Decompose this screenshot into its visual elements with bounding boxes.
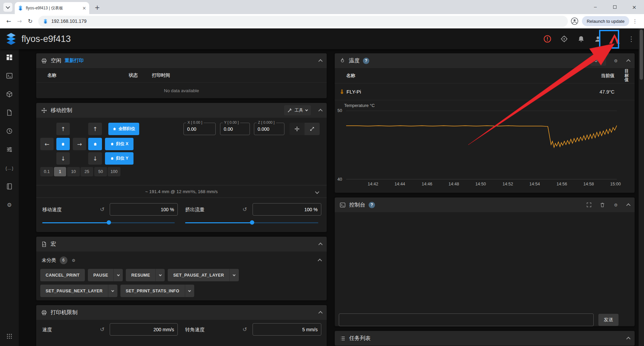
macro-set-pause-next-layer-button[interactable]: SET_PAUSE_NEXT_LAYER: [40, 285, 117, 297]
jog-z-minus-button[interactable]: ↓: [88, 152, 102, 165]
step-25-button[interactable]: 25: [80, 167, 93, 176]
flow-reset-icon[interactable]: ↺: [243, 203, 247, 216]
home-x-icon-button[interactable]: [56, 138, 70, 150]
step-50-button[interactable]: 50: [94, 167, 107, 176]
sidebar-item-gcode-preview[interactable]: [5, 90, 13, 98]
console-header[interactable]: 控制台 ? ⚙: [335, 197, 635, 212]
console-output-area[interactable]: [335, 212, 635, 313]
printer-status-header[interactable]: 空闲 重新打印: [36, 53, 327, 68]
browser-tab[interactable]: flyos-e9f413 | 仪表板 ×: [15, 2, 89, 14]
jog-y-plus-button[interactable]: ↑: [56, 123, 70, 135]
gear-icon[interactable]: ⚙: [71, 257, 76, 263]
jog-y-minus-button[interactable]: ↓: [56, 152, 70, 165]
sensor-row-fly-pi[interactable]: FLY-Pi 47.9°C: [335, 83, 635, 100]
sidebar-item-tune[interactable]: [5, 146, 13, 154]
new-tab-button[interactable]: +: [93, 3, 101, 11]
window-close-button[interactable]: ×: [625, 0, 644, 14]
speed-slider-thumb[interactable]: [107, 220, 111, 225]
sidebar-item-dashboard[interactable]: [5, 53, 13, 61]
sidebar-item-console[interactable]: [5, 72, 13, 80]
thermals-header[interactable]: 温度 ? ⚙: [335, 53, 635, 68]
back-button[interactable]: ←: [3, 16, 14, 26]
window-maximize-button[interactable]: [605, 0, 625, 14]
window-minimize-button[interactable]: ─: [586, 0, 605, 14]
sidebar-item-apps[interactable]: [5, 332, 13, 340]
macro-cancel-print-button[interactable]: CANCEL_PRINT: [40, 269, 85, 281]
page-scrollbar[interactable]: [639, 28, 644, 346]
macro-pause-dropdown[interactable]: [113, 269, 123, 281]
send-button[interactable]: 发送: [598, 314, 619, 326]
sidebar-item-system[interactable]: [5, 182, 13, 190]
fullscreen-icon[interactable]: [586, 202, 592, 208]
home-y-icon-button[interactable]: [88, 138, 102, 150]
x-position-field[interactable]: X [ 0.00 ] 0.00: [183, 123, 216, 135]
y-position-field[interactable]: Y [ 0.00 ] 0.00: [220, 123, 250, 135]
gear-icon[interactable]: ⚙: [613, 202, 619, 208]
app-menu-button[interactable]: ⋮: [624, 32, 639, 46]
tab-close-icon[interactable]: ×: [82, 6, 86, 10]
jobs-header[interactable]: 任务列表: [335, 331, 635, 346]
macro-set-print-stats-info-dropdown[interactable]: [185, 285, 194, 297]
address-bar[interactable]: 192.168.101.179: [38, 16, 568, 27]
presets-dropdown-button[interactable]: [590, 56, 606, 66]
jog-x-minus-button[interactable]: ←: [40, 138, 54, 150]
browser-menu-icon[interactable]: ⋮: [629, 18, 641, 24]
toolhead-header[interactable]: 移动控制 工具: [36, 103, 327, 118]
collapse-icon[interactable]: [318, 311, 323, 315]
collapse-icon[interactable]: [318, 59, 323, 63]
absolute-move-toggle[interactable]: [289, 123, 305, 135]
flow-field[interactable]: 100 %: [253, 203, 321, 216]
home-y-button[interactable]: 归位 Y: [105, 152, 133, 165]
reload-button[interactable]: ↻: [25, 16, 36, 26]
relative-move-toggle[interactable]: [305, 123, 320, 135]
console-command-input[interactable]: [339, 313, 594, 326]
sidebar-item-history[interactable]: [5, 127, 13, 135]
relaunch-to-update-button[interactable]: Relaunch to update: [582, 16, 629, 26]
jog-z-plus-button[interactable]: ↑: [88, 123, 102, 135]
step-100-button[interactable]: 100: [108, 167, 120, 176]
speed-reset-icon[interactable]: ↺: [100, 203, 104, 216]
flow-slider-thumb[interactable]: [250, 220, 254, 225]
collapse-icon[interactable]: [626, 59, 631, 63]
emergency-stop-button[interactable]: [540, 32, 555, 46]
collapse-icon[interactable]: [318, 109, 323, 113]
step-10-button[interactable]: 10: [67, 167, 80, 176]
scv-reset-icon[interactable]: ↺: [243, 323, 247, 336]
macro-set-print-stats-info-button[interactable]: SET_PRINT_STATS_INFO: [120, 285, 194, 297]
sidebar-item-settings[interactable]: ⚙: [5, 201, 13, 209]
home-all-button[interactable]: 全部归位: [108, 123, 139, 135]
sidebar-item-jobs[interactable]: [5, 109, 13, 117]
collapse-icon[interactable]: [626, 337, 631, 341]
tool-dropdown-button[interactable]: 工具: [284, 105, 311, 115]
collapse-icon[interactable]: [318, 242, 323, 247]
velocity-field[interactable]: 200 mm/s: [110, 323, 178, 336]
speed-slider[interactable]: [42, 220, 175, 225]
macro-resume-button[interactable]: RESUME: [126, 269, 165, 281]
profile-icon[interactable]: [571, 17, 579, 25]
reprint-button[interactable]: 重新打印: [65, 58, 84, 64]
host-locate-button[interactable]: [557, 32, 572, 46]
console-help-icon[interactable]: ?: [369, 202, 375, 208]
flow-slider[interactable]: [185, 220, 318, 225]
notifications-button[interactable]: [574, 32, 588, 46]
jog-x-plus-button[interactable]: →: [73, 138, 86, 150]
trash-icon[interactable]: [599, 202, 605, 208]
macro-set-pause-at-layer-button[interactable]: SET_PAUSE_AT_LAYER: [168, 269, 238, 281]
scrollbar-thumb[interactable]: [640, 30, 643, 80]
collapse-icon[interactable]: [626, 203, 631, 208]
macro-resume-dropdown[interactable]: [155, 269, 165, 281]
macro-pause-button[interactable]: PAUSE: [88, 269, 123, 281]
step-0.1-button[interactable]: 0.1: [40, 167, 53, 176]
macro-set-pause-at-layer-dropdown[interactable]: [229, 269, 239, 281]
thermals-help-icon[interactable]: ?: [363, 58, 369, 64]
step-1-button[interactable]: 1: [54, 167, 66, 176]
group-collapse-icon[interactable]: [318, 258, 322, 263]
z-position-field[interactable]: Z [ 0.000 ] 0.000: [254, 123, 284, 135]
forward-button[interactable]: →: [14, 16, 25, 26]
printer-limits-header[interactable]: 打印机限制: [36, 305, 327, 320]
sidebar-item-configure[interactable]: {…}: [5, 164, 13, 172]
tab-search-button[interactable]: [3, 3, 12, 12]
velocity-reset-icon[interactable]: ↺: [100, 323, 104, 336]
move-summary-expander[interactable]: ~ 191.4 mm @ 12 mm³/s, 168 mm/s: [36, 185, 327, 198]
speed-field[interactable]: 100 %: [110, 203, 178, 216]
